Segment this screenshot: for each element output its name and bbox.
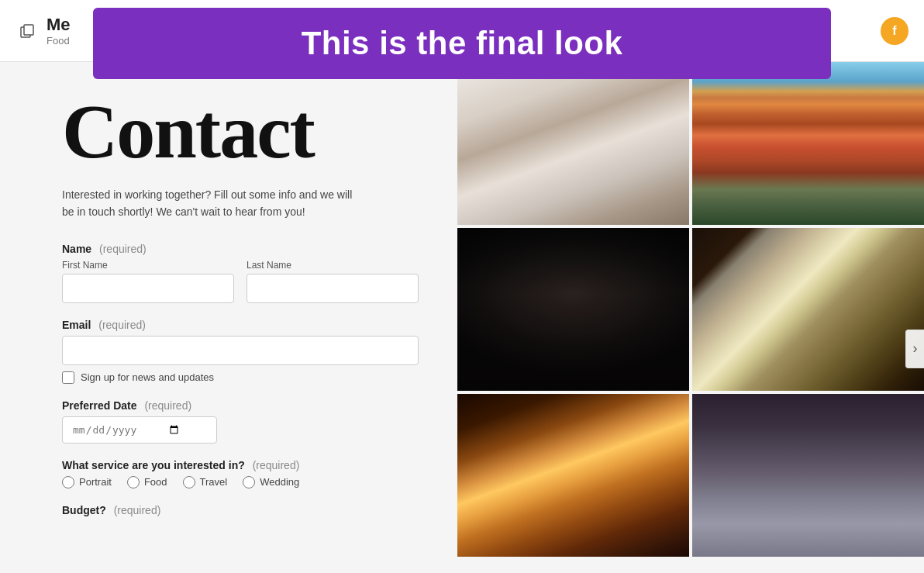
date-group: Preferred Date (required): [62, 399, 419, 444]
email-input[interactable]: [62, 336, 419, 365]
site-logo: Me: [47, 15, 71, 35]
main-content: Contact Interested in working together? …: [0, 62, 924, 573]
first-name-label: First Name: [62, 260, 234, 271]
service-wedding[interactable]: Wedding: [243, 476, 299, 488]
chevron-right-icon: ›: [913, 340, 918, 357]
first-name-col: First Name: [62, 260, 234, 303]
chevron-right-button[interactable]: ›: [905, 330, 924, 368]
contact-heading: Contact: [62, 93, 419, 171]
name-label: Name (required): [62, 243, 419, 255]
first-name-input[interactable]: [62, 274, 234, 303]
last-name-col: Last Name: [247, 260, 419, 303]
wedding-radio[interactable]: [243, 476, 255, 488]
newsletter-checkbox[interactable]: [62, 371, 74, 384]
photo-food: [692, 228, 924, 391]
portrait-radio[interactable]: [62, 476, 74, 488]
user-avatar[interactable]: f: [881, 17, 908, 45]
name-required: (required): [99, 243, 147, 255]
photo-food2: [457, 394, 689, 557]
photo-portrait: [457, 228, 689, 391]
svg-rect-1: [24, 25, 33, 35]
date-required: (required): [144, 399, 191, 412]
last-name-input[interactable]: [247, 274, 419, 303]
service-radio-group: Portrait Food Travel Wedding: [62, 476, 419, 488]
service-label: What service are you interested in? (req…: [62, 459, 419, 471]
newsletter-row: Sign up for news and updates: [62, 371, 419, 384]
food-radio[interactable]: [127, 476, 140, 488]
banner-text: This is the final look: [302, 25, 623, 61]
service-food[interactable]: Food: [127, 476, 167, 488]
date-input-wrapper: [62, 416, 217, 444]
email-required: (required): [98, 319, 146, 331]
email-group: Email (required) Sign up for news and up…: [62, 319, 419, 384]
service-portrait[interactable]: Portrait: [62, 476, 112, 488]
service-group: What service are you interested in? (req…: [62, 459, 419, 488]
name-group: Name (required) First Name Last Name: [62, 243, 419, 303]
photo-landscape: [692, 394, 924, 557]
contact-description: Interested in working together? Fill out…: [62, 186, 357, 221]
budget-group: Budget? (required): [62, 504, 419, 516]
budget-label: Budget? (required): [62, 504, 419, 516]
duplicate-icon[interactable]: [16, 19, 39, 43]
site-tagline: Food: [47, 35, 71, 47]
service-travel[interactable]: Travel: [183, 476, 228, 488]
final-look-banner: This is the final look: [93, 8, 831, 79]
date-input[interactable]: [72, 423, 181, 437]
contact-form-panel: Contact Interested in working together? …: [0, 62, 457, 573]
photo-cliff-city: [692, 62, 924, 225]
photo-grid: [457, 62, 924, 573]
photo-wedding: [457, 62, 689, 225]
name-row: First Name Last Name: [62, 260, 419, 303]
budget-required: (required): [114, 504, 161, 516]
email-label: Email (required): [62, 319, 419, 331]
top-bar-brand: Me Food: [47, 15, 71, 47]
newsletter-label: Sign up for news and updates: [81, 371, 214, 383]
travel-radio[interactable]: [183, 476, 195, 488]
last-name-label: Last Name: [247, 260, 419, 271]
date-label: Preferred Date (required): [62, 399, 419, 412]
service-required: (required): [253, 459, 300, 471]
